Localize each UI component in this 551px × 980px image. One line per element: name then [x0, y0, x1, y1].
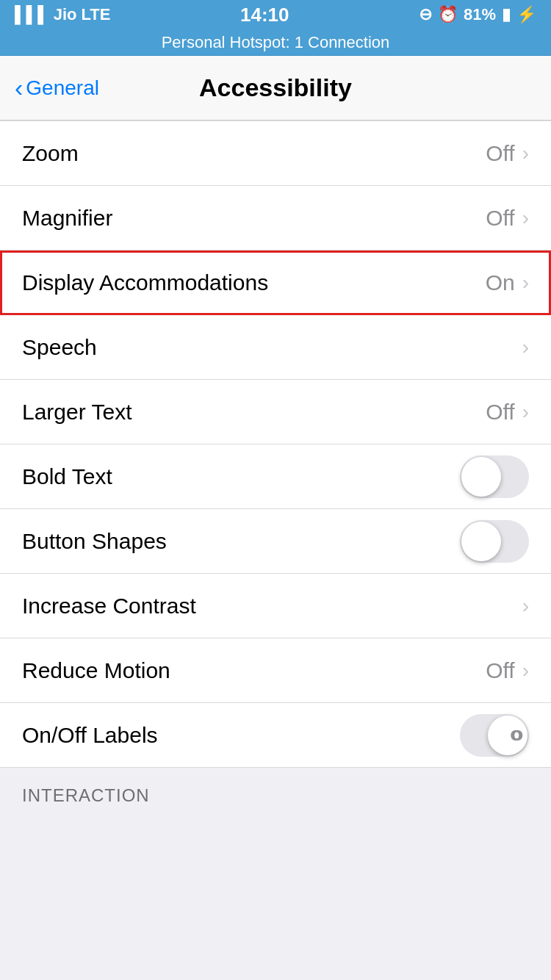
reduce-motion-label: Reduce Motion — [22, 658, 170, 683]
zoom-right: Off › — [486, 141, 529, 166]
larger-text-right: Off › — [486, 400, 529, 425]
on-off-labels-label: On/Off Labels — [22, 723, 158, 748]
battery-percent: 81% — [464, 5, 496, 24]
hotspot-bar: Personal Hotspot: 1 Connection — [0, 29, 551, 56]
settings-list: Zoom Off › Magnifier Off › Display Accom… — [0, 120, 551, 768]
bold-text-label: Bold Text — [22, 464, 112, 489]
increase-contrast-right: › — [522, 594, 529, 618]
lock-icon: ⊖ — [419, 5, 432, 24]
increase-contrast-row[interactable]: Increase Contrast › — [0, 574, 551, 638]
toggle-label-o: O — [510, 727, 522, 743]
zoom-chevron-icon: › — [522, 142, 529, 165]
battery-icon: ▮ — [502, 5, 511, 24]
increase-contrast-chevron-icon: › — [522, 594, 529, 618]
speech-label: Speech — [22, 335, 97, 360]
alarm-icon: ⏰ — [438, 5, 458, 24]
bold-text-right — [460, 455, 529, 498]
button-shapes-right — [460, 520, 529, 563]
on-off-labels-row[interactable]: On/Off Labels O — [0, 703, 551, 768]
larger-text-row[interactable]: Larger Text Off › — [0, 380, 551, 444]
signal-icon: ▌▌▌ — [15, 5, 49, 24]
magnifier-chevron-icon: › — [522, 206, 529, 230]
display-accommodations-value: On — [486, 270, 515, 295]
back-chevron-icon: ‹ — [15, 75, 23, 100]
hotspot-label: Personal Hotspot: 1 Connection — [162, 33, 390, 52]
speech-chevron-icon: › — [522, 336, 529, 359]
status-time: 14:10 — [240, 4, 289, 26]
button-shapes-toggle-knob — [461, 522, 501, 561]
zoom-row[interactable]: Zoom Off › — [0, 121, 551, 186]
bold-text-toggle-knob — [461, 457, 501, 497]
reduce-motion-right: Off › — [486, 658, 529, 683]
display-accommodations-row[interactable]: Display Accommodations On › — [0, 251, 551, 315]
magnifier-value: Off — [486, 206, 514, 231]
page-title: Accessibility — [199, 73, 352, 102]
display-accommodations-chevron-icon: › — [522, 271, 529, 295]
increase-contrast-label: Increase Contrast — [22, 594, 196, 619]
bold-text-row[interactable]: Bold Text — [0, 444, 551, 509]
display-accommodations-right: On › — [486, 270, 529, 295]
zoom-label: Zoom — [22, 141, 79, 166]
back-label: General — [26, 76, 99, 100]
status-indicators: ⊖ ⏰ 81% ▮ ⚡ — [419, 5, 536, 24]
larger-text-value: Off — [486, 400, 514, 425]
reduce-motion-chevron-icon: › — [522, 659, 529, 682]
nav-bar: ‹ General Accessibility — [0, 56, 551, 120]
magnifier-row[interactable]: Magnifier Off › — [0, 186, 551, 251]
status-bar: ▌▌▌ Jio LTE 14:10 ⊖ ⏰ 81% ▮ ⚡ — [0, 0, 551, 29]
button-shapes-row[interactable]: Button Shapes — [0, 509, 551, 574]
status-carrier: ▌▌▌ Jio LTE — [15, 5, 110, 24]
zoom-value: Off — [486, 141, 514, 166]
button-shapes-toggle[interactable] — [460, 520, 529, 563]
larger-text-label: Larger Text — [22, 400, 132, 425]
back-button[interactable]: ‹ General — [15, 76, 99, 100]
magnifier-label: Magnifier — [22, 206, 112, 231]
reduce-motion-value: Off — [486, 658, 514, 683]
speech-right: › — [522, 336, 529, 359]
charging-icon: ⚡ — [516, 5, 536, 24]
magnifier-right: Off › — [486, 206, 529, 231]
on-off-labels-right: O — [460, 714, 529, 757]
display-accommodations-label: Display Accommodations — [22, 270, 268, 295]
larger-text-chevron-icon: › — [522, 400, 529, 424]
reduce-motion-row[interactable]: Reduce Motion Off › — [0, 638, 551, 703]
bold-text-toggle[interactable] — [460, 455, 529, 498]
on-off-labels-toggle[interactable]: O — [460, 714, 529, 757]
speech-row[interactable]: Speech › — [0, 315, 551, 380]
button-shapes-label: Button Shapes — [22, 529, 167, 554]
interaction-section-header: INTERACTION — [0, 768, 551, 813]
